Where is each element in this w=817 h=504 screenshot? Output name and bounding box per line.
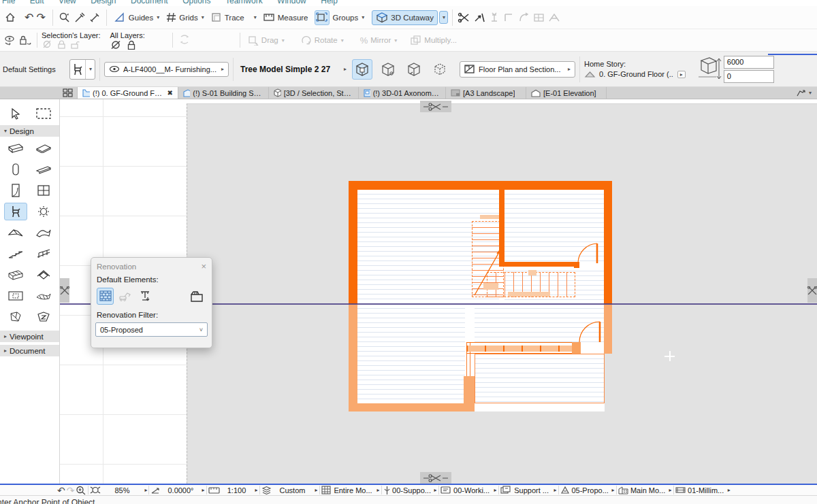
scale-control[interactable]: 1:100	[220, 486, 254, 494]
menu-document[interactable]: Document	[131, 0, 168, 6]
menu-file[interactable]: File	[2, 0, 15, 6]
cutaway-dropdown[interactable]: ▾	[439, 11, 448, 24]
toolbox-viewpoint-header[interactable]: ▸Viewpoint	[0, 331, 59, 342]
section-marker-bottom-icon[interactable]	[420, 472, 451, 484]
section-marker-left-icon[interactable]	[60, 278, 69, 303]
tool-zone[interactable]	[32, 308, 55, 326]
tool-column[interactable]	[4, 161, 27, 178]
menu-edit[interactable]: Edit	[30, 0, 44, 6]
menu-design[interactable]: Design	[91, 0, 116, 6]
undo-icon[interactable]: ↶	[25, 12, 33, 23]
zoom-back-icon[interactable]: ↶	[57, 486, 65, 495]
tool-morph[interactable]	[4, 308, 27, 326]
tab-elevation[interactable]: [E-01 Elevation]	[526, 87, 607, 99]
cutaway-button[interactable]: 3D Cutaway	[372, 10, 438, 25]
quad-view-icon[interactable]	[59, 87, 78, 99]
tool-shell[interactable]	[32, 224, 55, 241]
lock-layers-icon[interactable]	[18, 33, 33, 48]
tab-close-icon[interactable]: ✖	[167, 89, 173, 97]
zoom-in-icon[interactable]	[76, 486, 86, 495]
find-select-icon[interactable]	[57, 10, 72, 25]
pen-set-control[interactable]: 00-Suppo...	[391, 486, 433, 494]
renovation-filter-control[interactable]: 05-Propo...	[570, 486, 611, 494]
trace-button[interactable]: Trace▾	[208, 11, 260, 24]
tool-beam[interactable]	[32, 161, 55, 178]
new-element-icon[interactable]	[136, 288, 153, 305]
tool-roof[interactable]	[4, 224, 27, 241]
tool-window[interactable]	[32, 182, 55, 199]
view-cube-4-icon[interactable]	[430, 59, 450, 80]
favorite-dropdown[interactable]: ▸	[344, 66, 347, 72]
bottom-offset-field[interactable]: 0	[724, 70, 774, 83]
measure-button[interactable]: Measure	[260, 11, 312, 24]
model-filter-icon	[321, 486, 331, 494]
home-story-dropdown[interactable]: ▸	[677, 71, 686, 78]
tab-ground-floor[interactable]: (!) 0. GF-Ground Floor [0... ✖	[78, 87, 178, 99]
tab-3d-selection[interactable]: [3D / Selection, Story 0]	[269, 87, 359, 99]
show-all-layers-icon[interactable]	[110, 40, 122, 50]
section-marker-top-icon[interactable]	[420, 101, 451, 112]
top-offset-field[interactable]: 6000	[724, 56, 774, 69]
tool-mesh[interactable]	[32, 287, 55, 305]
existing-brick-icon[interactable]	[97, 288, 114, 305]
section-tab-icon	[183, 89, 190, 97]
view-cube-1-icon[interactable]	[352, 59, 372, 80]
model-filter-control[interactable]: Entire Mo...	[331, 486, 376, 494]
tool-railing[interactable]	[32, 245, 55, 263]
unlock-all-layers-icon[interactable]	[127, 40, 135, 50]
toolbox-document-header[interactable]: ▸Document	[0, 345, 59, 356]
layer-combination-control[interactable]: Support ...	[511, 486, 553, 494]
tool-door[interactable]	[4, 182, 27, 199]
renovation-options-icon[interactable]	[187, 286, 206, 305]
structure-display-control[interactable]: Main Mo...	[628, 486, 668, 494]
tab-building-section[interactable]: (!) S-01 Building Section [S...	[178, 87, 269, 99]
tool-object[interactable]	[4, 203, 27, 220]
groups-button[interactable]: Groups▾	[330, 12, 368, 23]
tool-settings-dropdown[interactable]: ▾	[85, 60, 95, 79]
working-environment-control[interactable]: 00-Worki...	[451, 486, 493, 494]
view-cube-2-icon[interactable]	[378, 59, 398, 80]
dimensions-control[interactable]: 01-Millim...	[686, 486, 726, 494]
section-marker-right-icon[interactable]	[807, 278, 817, 303]
tab-a3-landscape[interactable]: [A3 Landscape]	[446, 87, 526, 99]
split-scissors-icon[interactable]	[457, 10, 472, 25]
menu-teamwork[interactable]: Teamwork	[225, 0, 263, 6]
groups-icon[interactable]	[315, 10, 330, 25]
tab-overflow-control[interactable]: ▾	[790, 87, 817, 99]
menu-window[interactable]: Window	[277, 0, 306, 6]
menu-view[interactable]: View	[59, 0, 76, 6]
renovation-filter-select[interactable]: 05-Proposed ˅	[95, 322, 208, 337]
tool-settings-combo[interactable]: ▾	[69, 59, 95, 80]
menu-help[interactable]: Help	[321, 0, 338, 6]
tool-lamp[interactable]	[32, 203, 55, 220]
view-mode-button[interactable]: Floor Plan and Section... ▸	[460, 61, 575, 78]
close-icon[interactable]: ×	[201, 261, 206, 271]
layer-selector-button[interactable]: A-LF4000__M- Furnishing... ▸	[104, 62, 229, 77]
grids-button[interactable]: Grids▾	[163, 11, 208, 24]
home-icon[interactable]	[3, 10, 18, 25]
redo-icon[interactable]: ↷	[36, 12, 45, 23]
inject-parameters-icon[interactable]	[87, 10, 102, 25]
tool-stair[interactable]	[4, 245, 27, 263]
tool-curtain-wall[interactable]	[4, 266, 27, 284]
pick-up-parameters-icon[interactable]	[72, 10, 87, 25]
tab-axonometry[interactable]: (!) 3D-01 Axonometry [3D...	[359, 87, 446, 99]
zoom-level-control[interactable]: 85%	[101, 486, 143, 494]
show-hide-layers-icon[interactable]	[3, 33, 18, 48]
tool-arrow[interactable]	[4, 105, 27, 122]
quick-options-control[interactable]: Custom	[272, 486, 314, 494]
view-cube-3-icon[interactable]	[404, 59, 424, 80]
tool-opening[interactable]	[4, 287, 27, 305]
orientation-control[interactable]: 0.0000°	[161, 486, 200, 494]
toolbox-design-header[interactable]: ▾Design	[0, 125, 59, 137]
tool-slab[interactable]	[32, 139, 55, 157]
rotate-icon	[301, 35, 312, 46]
tool-skylight[interactable]	[32, 266, 55, 284]
adjust-icon[interactable]	[472, 10, 487, 25]
guides-button[interactable]: Guides▾	[111, 11, 163, 24]
fit-in-window-icon[interactable]	[90, 486, 101, 494]
tool-marquee[interactable]	[32, 105, 55, 122]
renovation-palette[interactable]: Renovation × Default Elements: Renovatio…	[91, 257, 212, 348]
tool-wall[interactable]	[4, 139, 27, 157]
menu-options[interactable]: Options	[182, 0, 210, 6]
